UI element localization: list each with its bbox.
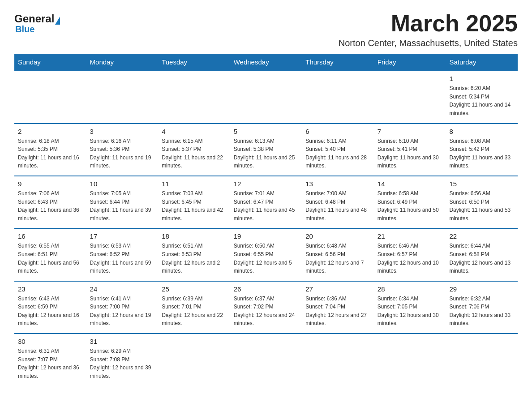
- calendar-week-row: 9Sunrise: 7:06 AM Sunset: 6:43 PM Daylig…: [14, 176, 518, 228]
- day-info: Sunrise: 6:37 AM Sunset: 7:02 PM Dayligh…: [234, 295, 299, 328]
- calendar-cell: [158, 71, 230, 123]
- calendar-cell: [374, 334, 446, 385]
- calendar-cell: 18Sunrise: 6:51 AM Sunset: 6:53 PM Dayli…: [158, 228, 230, 281]
- day-number: 13: [305, 180, 370, 188]
- day-info: Sunrise: 6:46 AM Sunset: 6:57 PM Dayligh…: [378, 242, 442, 275]
- day-number: 20: [305, 232, 370, 240]
- day-info: Sunrise: 6:11 AM Sunset: 5:40 PM Dayligh…: [305, 137, 370, 170]
- day-number: 29: [449, 285, 514, 293]
- calendar-cell: 25Sunrise: 6:39 AM Sunset: 7:01 PM Dayli…: [158, 281, 230, 334]
- logo-triangle-icon: [55, 17, 60, 25]
- day-number: 31: [90, 338, 155, 345]
- day-info: Sunrise: 6:20 AM Sunset: 5:34 PM Dayligh…: [449, 84, 514, 117]
- calendar-cell: [86, 71, 159, 123]
- day-info: Sunrise: 6:53 AM Sunset: 6:52 PM Dayligh…: [90, 242, 155, 275]
- calendar-cell: 1Sunrise: 6:20 AM Sunset: 5:34 PM Daylig…: [446, 71, 518, 123]
- day-info: Sunrise: 6:29 AM Sunset: 7:08 PM Dayligh…: [90, 347, 155, 380]
- day-info: Sunrise: 6:13 AM Sunset: 5:38 PM Dayligh…: [234, 137, 299, 170]
- day-info: Sunrise: 6:41 AM Sunset: 7:00 PM Dayligh…: [90, 295, 155, 328]
- day-number: 2: [18, 128, 83, 135]
- day-info: Sunrise: 6:08 AM Sunset: 5:42 PM Dayligh…: [449, 137, 514, 170]
- calendar-cell: 10Sunrise: 7:05 AM Sunset: 6:44 PM Dayli…: [86, 176, 159, 228]
- calendar-cell: [446, 334, 518, 385]
- calendar-cell: 19Sunrise: 6:50 AM Sunset: 6:55 PM Dayli…: [230, 228, 302, 281]
- calendar-cell: [230, 71, 302, 123]
- day-info: Sunrise: 6:55 AM Sunset: 6:51 PM Dayligh…: [18, 242, 83, 275]
- calendar-week-row: 16Sunrise: 6:55 AM Sunset: 6:51 PM Dayli…: [14, 228, 518, 281]
- day-number: 9: [18, 180, 83, 188]
- calendar-cell: 20Sunrise: 6:48 AM Sunset: 6:56 PM Dayli…: [302, 228, 374, 281]
- title-area: March 2025 Norton Center, Massachusetts,…: [339, 11, 518, 48]
- day-number: 27: [305, 285, 370, 293]
- calendar-week-row: 2Sunrise: 6:18 AM Sunset: 5:35 PM Daylig…: [14, 124, 518, 176]
- calendar-cell: 28Sunrise: 6:34 AM Sunset: 7:05 PM Dayli…: [374, 281, 446, 334]
- logo: General Blue: [14, 11, 60, 34]
- day-number: 8: [449, 128, 514, 135]
- day-number: 28: [378, 285, 442, 293]
- day-info: Sunrise: 6:50 AM Sunset: 6:55 PM Dayligh…: [234, 242, 299, 275]
- calendar-cell: 21Sunrise: 6:46 AM Sunset: 6:57 PM Dayli…: [374, 228, 446, 281]
- day-info: Sunrise: 6:44 AM Sunset: 6:58 PM Dayligh…: [449, 242, 514, 275]
- calendar-week-row: 30Sunrise: 6:31 AM Sunset: 7:07 PM Dayli…: [14, 334, 518, 385]
- day-info: Sunrise: 6:15 AM Sunset: 5:37 PM Dayligh…: [162, 137, 227, 170]
- calendar-cell: 31Sunrise: 6:29 AM Sunset: 7:08 PM Dayli…: [86, 334, 159, 385]
- calendar-subtitle: Norton Center, Massachusetts, United Sta…: [339, 38, 518, 48]
- day-number: 4: [162, 128, 227, 135]
- day-info: Sunrise: 6:43 AM Sunset: 6:59 PM Dayligh…: [18, 295, 83, 328]
- day-info: Sunrise: 7:00 AM Sunset: 6:48 PM Dayligh…: [305, 189, 370, 223]
- day-info: Sunrise: 6:58 AM Sunset: 6:49 PM Dayligh…: [378, 189, 442, 223]
- day-number: 26: [234, 285, 299, 293]
- calendar-cell: 4Sunrise: 6:15 AM Sunset: 5:37 PM Daylig…: [158, 124, 230, 176]
- calendar-cell: 7Sunrise: 6:10 AM Sunset: 5:41 PM Daylig…: [374, 124, 446, 176]
- logo-general-text: General: [14, 13, 54, 25]
- calendar-cell: 23Sunrise: 6:43 AM Sunset: 6:59 PM Dayli…: [14, 281, 86, 334]
- day-info: Sunrise: 6:32 AM Sunset: 7:06 PM Dayligh…: [449, 295, 514, 328]
- calendar-week-row: 1Sunrise: 6:20 AM Sunset: 5:34 PM Daylig…: [14, 71, 518, 123]
- header-saturday: Saturday: [446, 54, 518, 71]
- calendar-cell: [230, 334, 302, 385]
- calendar-cell: 14Sunrise: 6:58 AM Sunset: 6:49 PM Dayli…: [374, 176, 446, 228]
- day-info: Sunrise: 6:36 AM Sunset: 7:04 PM Dayligh…: [305, 295, 370, 328]
- header-sunday: Sunday: [14, 54, 86, 71]
- day-number: 11: [162, 180, 227, 188]
- calendar-cell: [302, 334, 374, 385]
- calendar-cell: [158, 334, 230, 385]
- day-info: Sunrise: 6:51 AM Sunset: 6:53 PM Dayligh…: [162, 242, 227, 275]
- day-number: 18: [162, 232, 227, 240]
- calendar-cell: 8Sunrise: 6:08 AM Sunset: 5:42 PM Daylig…: [446, 124, 518, 176]
- calendar-cell: 26Sunrise: 6:37 AM Sunset: 7:02 PM Dayli…: [230, 281, 302, 334]
- day-info: Sunrise: 6:16 AM Sunset: 5:36 PM Dayligh…: [90, 137, 155, 170]
- day-info: Sunrise: 6:56 AM Sunset: 6:50 PM Dayligh…: [449, 189, 514, 223]
- logo-blue-text: Blue: [14, 24, 34, 34]
- day-number: 25: [162, 285, 227, 293]
- day-number: 19: [234, 232, 299, 240]
- calendar-cell: 30Sunrise: 6:31 AM Sunset: 7:07 PM Dayli…: [14, 334, 86, 385]
- header-wednesday: Wednesday: [230, 54, 302, 71]
- calendar-cell: 13Sunrise: 7:00 AM Sunset: 6:48 PM Dayli…: [302, 176, 374, 228]
- calendar-cell: 9Sunrise: 7:06 AM Sunset: 6:43 PM Daylig…: [14, 176, 86, 228]
- calendar-cell: 15Sunrise: 6:56 AM Sunset: 6:50 PM Dayli…: [446, 176, 518, 228]
- calendar-cell: 2Sunrise: 6:18 AM Sunset: 5:35 PM Daylig…: [14, 124, 86, 176]
- day-number: 22: [449, 232, 514, 240]
- day-info: Sunrise: 7:03 AM Sunset: 6:45 PM Dayligh…: [162, 189, 227, 223]
- day-info: Sunrise: 6:34 AM Sunset: 7:05 PM Dayligh…: [378, 295, 442, 328]
- day-number: 5: [234, 128, 299, 135]
- day-info: Sunrise: 6:39 AM Sunset: 7:01 PM Dayligh…: [162, 295, 227, 328]
- calendar-cell: 17Sunrise: 6:53 AM Sunset: 6:52 PM Dayli…: [86, 228, 159, 281]
- calendar-header-row: Sunday Monday Tuesday Wednesday Thursday…: [14, 54, 518, 71]
- calendar-cell: 29Sunrise: 6:32 AM Sunset: 7:06 PM Dayli…: [446, 281, 518, 334]
- header-tuesday: Tuesday: [158, 54, 230, 71]
- header: General Blue March 2025 Norton Center, M…: [14, 11, 518, 48]
- day-number: 7: [378, 128, 442, 135]
- calendar-cell: 11Sunrise: 7:03 AM Sunset: 6:45 PM Dayli…: [158, 176, 230, 228]
- day-number: 10: [90, 180, 155, 188]
- day-info: Sunrise: 6:31 AM Sunset: 7:07 PM Dayligh…: [18, 347, 83, 380]
- calendar-week-row: 23Sunrise: 6:43 AM Sunset: 6:59 PM Dayli…: [14, 281, 518, 334]
- header-friday: Friday: [374, 54, 446, 71]
- day-number: 6: [305, 128, 370, 135]
- calendar-cell: 5Sunrise: 6:13 AM Sunset: 5:38 PM Daylig…: [230, 124, 302, 176]
- day-info: Sunrise: 6:18 AM Sunset: 5:35 PM Dayligh…: [18, 137, 83, 170]
- day-number: 15: [449, 180, 514, 188]
- day-number: 3: [90, 128, 155, 135]
- calendar-cell: 16Sunrise: 6:55 AM Sunset: 6:51 PM Dayli…: [14, 228, 86, 281]
